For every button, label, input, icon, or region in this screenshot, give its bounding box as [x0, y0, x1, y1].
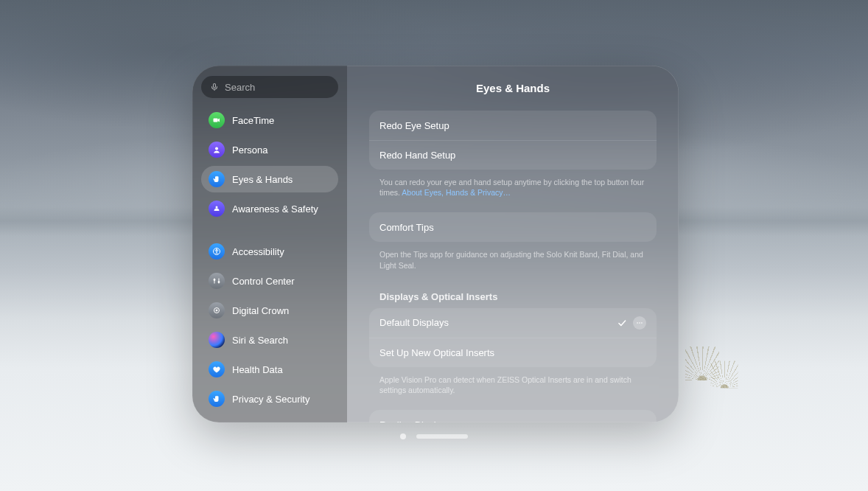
svg-rect-1: [214, 119, 218, 122]
sidebar-item-label: Digital Crown: [232, 305, 289, 316]
control-center-icon: [209, 273, 225, 289]
sidebar-item-label: Persona: [232, 144, 267, 156]
checkmark-icon: [617, 318, 627, 328]
search-input[interactable]: [225, 82, 347, 93]
redo-hand-setup-row[interactable]: Redo Hand Setup: [369, 140, 657, 170]
comfort-group: Comfort Tips: [369, 212, 657, 242]
awareness-icon: [209, 201, 225, 217]
settings-window: FaceTime Persona Eyes & Hands Awareness …: [192, 66, 679, 422]
row-label: Redo Eye Setup: [379, 120, 449, 131]
sidebar-item-label: Control Center: [232, 276, 295, 287]
svg-point-9: [216, 310, 217, 311]
row-label: Comfort Tips: [379, 222, 434, 233]
sidebar-item-label: Accessibility: [232, 246, 284, 257]
hand-icon: [209, 171, 225, 187]
redo-eye-setup-row[interactable]: Redo Eye Setup: [369, 111, 657, 140]
svg-point-7: [218, 282, 220, 283]
svg-point-10: [637, 322, 638, 324]
page-indicator[interactable]: [400, 433, 468, 439]
svg-point-11: [639, 322, 640, 324]
page-dot[interactable]: [400, 433, 406, 439]
page-title: Eyes & Hands: [369, 66, 657, 111]
sidebar-item-accessibility[interactable]: Accessibility: [201, 238, 338, 265]
sidebar-item-awareness[interactable]: Awareness & Safety: [201, 195, 338, 222]
comfort-tips-row[interactable]: Comfort Tips: [369, 212, 657, 242]
digital-crown-icon: [209, 302, 225, 318]
sidebar-item-privacy[interactable]: Privacy & Security: [201, 386, 338, 412]
sidebar-item-health[interactable]: Health Data: [201, 356, 338, 383]
sidebar-item-label: Awareness & Safety: [232, 203, 318, 215]
row-label: Set Up New Optical Inserts: [379, 347, 494, 358]
row-label: Redo Hand Setup: [379, 150, 455, 161]
sidebar-item-siri[interactable]: Siri & Search: [201, 327, 338, 353]
sidebar-item-persona[interactable]: Persona: [201, 136, 338, 163]
setup-optical-inserts-row[interactable]: Set Up New Optical Inserts: [369, 338, 657, 367]
realign-group: Realign Displays: [369, 410, 657, 422]
row-label: Realign Displays: [379, 419, 451, 422]
about-eyes-hands-privacy-link[interactable]: About Eyes, Hands & Privacy…: [402, 188, 511, 197]
sidebar-item-digital-crown[interactable]: Digital Crown: [201, 297, 338, 324]
sidebar-item-label: Health Data: [232, 364, 283, 375]
sidebar-item-label: FaceTime: [232, 115, 274, 126]
more-button[interactable]: [633, 316, 646, 330]
privacy-icon: [209, 391, 225, 407]
default-displays-row[interactable]: Default Displays: [369, 308, 657, 338]
svg-point-12: [641, 322, 643, 324]
search-field[interactable]: [201, 76, 338, 98]
facetime-icon: [209, 112, 225, 128]
sidebar-item-label: Siri & Search: [232, 335, 288, 346]
setup-footnote: You can redo your eye and hand setup any…: [369, 177, 657, 212]
sidebar-item-facetime[interactable]: FaceTime: [201, 107, 338, 133]
svg-rect-0: [214, 84, 216, 88]
svg-point-5: [216, 249, 217, 251]
page-dot-current[interactable]: [416, 434, 468, 439]
row-label: Default Displays: [379, 317, 449, 328]
accessibility-icon: [209, 243, 225, 260]
displays-section-header: Displays & Optical Inserts: [369, 285, 657, 308]
svg-point-6: [214, 279, 215, 281]
health-icon: [209, 361, 225, 377]
persona-icon: [209, 142, 225, 158]
siri-icon: [209, 332, 225, 348]
svg-point-3: [216, 206, 218, 209]
sidebar: FaceTime Persona Eyes & Hands Awareness …: [192, 66, 347, 422]
sidebar-item-label: Eyes & Hands: [232, 174, 293, 185]
microphone-icon: [210, 83, 219, 91]
setup-group: Redo Eye Setup Redo Hand Setup: [369, 111, 657, 170]
sidebar-item-control-center[interactable]: Control Center: [201, 268, 338, 294]
content-pane[interactable]: Eyes & Hands Redo Eye Setup Redo Hand Se…: [347, 66, 679, 422]
displays-footnote: Apple Vision Pro can detect when ZEISS O…: [369, 375, 657, 410]
comfort-footnote: Open the Tips app for guidance on adjust…: [369, 249, 657, 285]
sidebar-item-eyes-hands[interactable]: Eyes & Hands: [201, 166, 338, 192]
svg-point-2: [215, 147, 218, 150]
sidebar-item-label: Privacy & Security: [232, 394, 309, 405]
displays-group: Default Displays Set Up New Optical Inse…: [369, 308, 657, 367]
realign-displays-row[interactable]: Realign Displays: [369, 410, 657, 422]
